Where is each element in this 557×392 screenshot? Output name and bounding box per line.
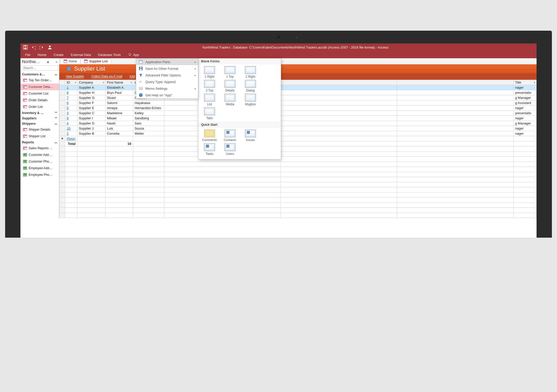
nav-item[interactable]: Order Details <box>20 97 59 103</box>
save-icon[interactable] <box>23 45 28 50</box>
table-row[interactable]: 1Supplier AElizabeth A.nager <box>60 85 537 90</box>
cell-id[interactable]: 2 <box>65 131 77 136</box>
cell-last[interactable]: Kelley <box>133 111 164 116</box>
redo-icon[interactable] <box>39 45 44 50</box>
cell-company[interactable]: Supplier A <box>77 85 105 90</box>
gallery-item-contacts[interactable]: Contacts <box>220 129 240 142</box>
column-header[interactable]: Company▾ <box>77 80 105 85</box>
navgroup-header[interactable]: Shippers︽ <box>20 121 59 126</box>
ribbon-tab-create[interactable]: Create <box>54 53 64 57</box>
column-header[interactable]: ID▾ <box>65 80 77 85</box>
nav-item[interactable]: Sales Reports … <box>20 145 59 152</box>
menu-item[interactable]: Advanced Filter Options▸ <box>136 72 198 78</box>
cell-id[interactable]: 4 <box>65 121 77 126</box>
row-handle[interactable] <box>60 126 65 131</box>
cell-first[interactable]: Naoki <box>105 121 133 126</box>
cell-last[interactable]: Hayakawa <box>133 100 164 106</box>
table-row[interactable]: 4Supplier DNaokiSatog Manager <box>60 121 537 126</box>
cell-first[interactable]: Cornelia <box>105 131 133 136</box>
row-handle[interactable] <box>60 85 65 90</box>
row-handle[interactable] <box>60 111 65 116</box>
cell-last[interactable]: Sato <box>133 121 164 126</box>
cell-title[interactable]: nager <box>514 85 537 90</box>
gallery-item-1-right[interactable]: 1 Right <box>200 66 219 79</box>
gallery-item-msgbox[interactable]: Msgbox <box>240 93 260 107</box>
gallery-item-details[interactable]: Details <box>220 79 240 93</box>
column-header[interactable]: Title▾ <box>514 80 537 85</box>
navpane-search-input[interactable] <box>23 66 62 70</box>
gallery-item-comments[interactable]: Comments <box>200 129 219 142</box>
toolbar-collect-email[interactable]: Collect Data via E-mail <box>91 75 122 78</box>
cell-company[interactable]: Supplier J <box>77 126 105 131</box>
cell-title[interactable]: presentativ <box>514 111 537 116</box>
navgroup-header[interactable]: Inventory & …︾ <box>20 110 59 116</box>
datasheet[interactable]: ID▾Company▾First Name▾Last Name▾Title▾ 1… <box>59 80 537 218</box>
user-icon[interactable] <box>48 45 52 50</box>
table-row[interactable]: 3Supplier CMadeleineKelleypresentativ <box>60 111 537 116</box>
cell-first[interactable]: Satomi <box>105 100 133 106</box>
toolbar-add[interactable]: Add <box>130 75 135 78</box>
nav-item[interactable]: Top Ten Order… <box>20 77 59 84</box>
cell-title[interactable]: nager <box>514 106 537 111</box>
navpane-collapse-icon[interactable]: « <box>56 60 57 64</box>
cell-company[interactable]: Supplier H <box>77 90 105 95</box>
cell-first[interactable]: Bryn Paul <box>105 90 133 95</box>
row-handle[interactable] <box>60 106 65 111</box>
nav-item[interactable]: Shipper List <box>20 133 59 140</box>
cell-first[interactable]: Stuart <box>105 95 133 100</box>
gallery-item-2-top[interactable]: 2 Top <box>200 79 219 93</box>
cell-title[interactable]: g Manager <box>514 121 537 126</box>
menu-item[interactable]: Save As Other Format▸ <box>136 65 198 72</box>
menu-item[interactable]: Application Parts▸ <box>136 59 198 65</box>
row-handle[interactable] <box>60 116 65 121</box>
ribbon-tab-app[interactable]: App <box>128 53 139 57</box>
cell-company[interactable]: Supplier B <box>77 131 105 136</box>
gallery-item-issues[interactable]: Issues <box>240 129 260 142</box>
cell-company[interactable]: Supplier I <box>77 116 105 121</box>
cell-id[interactable]: 5 <box>65 106 77 111</box>
table-row[interactable]: 9Supplier IMikaelSandbergnager <box>60 116 537 121</box>
column-header[interactable] <box>281 80 397 85</box>
row-handle[interactable] <box>60 100 65 106</box>
gallery-item-users[interactable]: Users <box>220 143 240 156</box>
cell-company[interactable]: Supplier C <box>77 111 105 116</box>
cell-title[interactable]: nager <box>514 126 537 131</box>
table-row[interactable]: 5Supplier EAmayaHernandez-Echevnager <box>60 106 537 111</box>
gallery-item-tabs[interactable]: Tabs <box>200 107 219 120</box>
cell-id[interactable]: 10 <box>65 126 77 131</box>
table-row[interactable]: 10Supplier JLuisSousanager <box>60 126 537 131</box>
nav-item[interactable]: Customer Deta… <box>20 84 59 90</box>
cell-first[interactable]: Elizabeth A. <box>105 85 133 90</box>
cell-id[interactable]: 3 <box>65 111 77 116</box>
gallery-item-media[interactable]: Media <box>220 93 240 107</box>
cell-id[interactable]: 8 <box>65 90 77 95</box>
cell-last[interactable]: Hernandez-Echev <box>133 106 164 111</box>
table-row[interactable]: 8Supplier HBryn PaulDuntonpresentativ <box>60 90 537 95</box>
nav-item[interactable]: Employee Pho… <box>20 171 59 178</box>
ribbon-tab-file[interactable]: File <box>25 53 30 57</box>
menu-item[interactable]: +!Query Type: Append <box>136 78 198 85</box>
table-row[interactable]: 7Supplier GStuartGlassong Manager <box>60 95 537 100</box>
cell-title[interactable]: g Manager <box>514 95 537 100</box>
cell-company[interactable]: Supplier E <box>77 106 105 111</box>
new-row-label[interactable]: (New) <box>65 136 77 141</box>
cell-title[interactable]: presentativ <box>514 90 537 95</box>
gallery-item-dialog[interactable]: Dialog <box>240 79 260 93</box>
menu-item[interactable]: ablMemo Settings▸ <box>136 85 198 92</box>
row-selector-header[interactable] <box>60 80 65 85</box>
cell-last[interactable]: Sousa <box>133 126 164 131</box>
menu-item[interactable]: ?Get Help on "App" <box>136 92 198 98</box>
navgroup-header[interactable]: Customers &…︽ <box>20 72 59 77</box>
gallery-item-1-top[interactable]: 1 Top <box>220 66 240 79</box>
cell-last[interactable]: Sandberg <box>133 116 164 121</box>
row-handle[interactable] <box>60 121 65 126</box>
doctab-supplier-list[interactable]: Supplier List <box>81 59 111 64</box>
cell-company[interactable]: Supplier F <box>77 100 105 106</box>
nav-item[interactable]: Shipper Details <box>20 126 59 133</box>
cell-company[interactable]: Supplier D <box>77 121 105 126</box>
gallery-item-tasks[interactable]: Tasks <box>200 143 219 156</box>
ribbon-tab-home[interactable]: Home <box>38 53 47 57</box>
cell-title[interactable]: nager <box>514 116 537 121</box>
cell-first[interactable]: Mikael <box>105 116 133 121</box>
row-handle[interactable] <box>60 95 65 100</box>
